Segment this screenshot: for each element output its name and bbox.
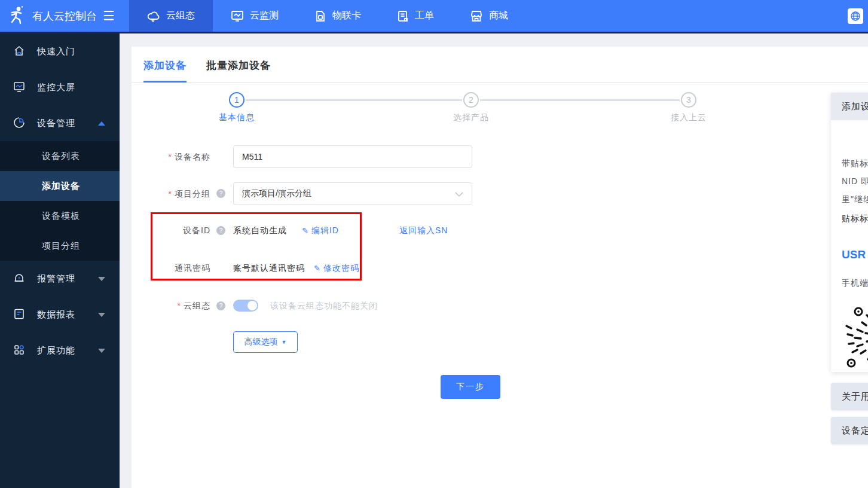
top-nav-tabs: 云组态 云监测 物联卡 — [129, 0, 526, 32]
sidebar-subitem-device-template[interactable]: 设备模板 — [0, 201, 120, 231]
nav-tab-cloud-monitor[interactable]: 云监测 — [213, 0, 297, 32]
nav-tab-label: 云监测 — [250, 10, 279, 22]
cloud-config-label: *云组态 — [132, 301, 210, 312]
step-3-label: 接入上云 — [647, 112, 731, 123]
active-tab-underline — [143, 81, 187, 83]
sidebar-subitem-device-list[interactable]: 设备列表 — [0, 141, 120, 171]
storefront-icon — [470, 10, 483, 22]
nav-tab-label: 云组态 — [166, 10, 195, 22]
cloud-config-hint: 该设备云组态功能不能关闭 — [270, 301, 378, 312]
sidebar-item-label: 快速入门 — [37, 46, 75, 57]
sidebar-item-label: 数据报表 — [37, 309, 75, 321]
tab-batch-add-device[interactable]: 批量添加设备 — [206, 59, 271, 72]
sidebar-subitem-label: 添加设备 — [42, 181, 80, 192]
chevron-up-icon — [98, 121, 105, 126]
sidebar: 快速入门 监控大屏 设备管理 设备列表 添加设备 设备模板 — [0, 33, 120, 488]
cloud-icon — [147, 10, 160, 22]
device-locate-link[interactable]: 设备定位 — [831, 417, 868, 444]
device-name-input[interactable] — [233, 145, 472, 168]
brand[interactable]: 有人云控制台 ☰ — [0, 0, 120, 32]
hamburger-menu-icon[interactable]: ☰ — [103, 10, 115, 23]
big-screen-icon — [13, 81, 25, 94]
next-step-button[interactable]: 下一步 — [441, 375, 500, 399]
top-navbar: 有人云控制台 ☰ 云组态 云监测 — [0, 0, 868, 33]
alarm-bell-icon — [13, 272, 25, 286]
step-1-label: 基本信息 — [195, 112, 279, 123]
project-group-select[interactable]: 演示项目/演示分组 — [233, 182, 472, 205]
nav-right-tools — [848, 8, 863, 24]
cloud-config-toggle[interactable] — [233, 300, 258, 312]
nav-tab-label: 商城 — [489, 10, 508, 22]
console-title: 有人云控制台 — [32, 9, 97, 23]
help-icon[interactable]: ? — [216, 301, 225, 310]
usr-cloud-console: { "topnav": { "brand": "有人云控制台", "tabs":… — [0, 0, 868, 488]
help-icon[interactable]: ? — [216, 189, 225, 198]
page-tabs: 添加设备 批量添加设备 — [132, 47, 868, 83]
nav-tab-label: 工单 — [415, 10, 434, 22]
sidebar-item-extended-functions[interactable]: 扩展功能 — [0, 333, 120, 368]
language-globe-icon[interactable] — [848, 8, 863, 24]
report-document-icon — [13, 308, 25, 322]
sidebar-item-data-report[interactable]: 数据报表 — [0, 297, 120, 333]
help-icon[interactable]: ? — [216, 226, 225, 235]
about-user-link[interactable]: 关于用户 — [831, 383, 868, 410]
change-password-link[interactable]: ✎修改密码 — [314, 263, 359, 274]
sidebar-item-label: 监控大屏 — [37, 82, 75, 93]
help-text-line: 带贴标的 — [842, 158, 868, 169]
step-2-circle: 2 — [463, 92, 479, 108]
step-connector — [480, 99, 680, 101]
chevron-down-icon — [98, 277, 105, 281]
sidebar-subitem-project-group[interactable]: 项目分组 — [0, 231, 120, 261]
chevron-down-icon — [98, 349, 105, 353]
help-text-line: NID 即可 — [842, 176, 868, 187]
device-id-label: 设备ID — [132, 225, 210, 236]
chevron-down-icon — [98, 313, 105, 317]
nav-tab-work-order[interactable]: 工单 — [379, 0, 452, 32]
back-to-sn-link[interactable]: 返回输入SN — [399, 225, 448, 236]
device-management-submenu: 设备列表 添加设备 设备模板 项目分组 — [0, 141, 120, 261]
tab-add-device[interactable]: 添加设备 — [143, 59, 187, 72]
sim-card-icon — [314, 10, 326, 22]
advanced-options-button[interactable]: 高级选项 ▼ — [233, 331, 298, 353]
edit-id-link[interactable]: ✎编辑ID — [302, 225, 339, 236]
sidebar-subitem-label: 设备列表 — [42, 151, 80, 162]
usr-highlight-text: USR C — [842, 248, 868, 261]
device-name-label: *设备名称 — [132, 152, 210, 163]
sidebar-item-alarm-management[interactable]: 报警管理 — [0, 261, 120, 297]
sidebar-item-quick-start[interactable]: 快速入门 — [0, 33, 120, 69]
toggle-knob — [247, 301, 257, 310]
step-2-label: 选择产品 — [429, 112, 513, 123]
caret-down-icon: ▼ — [282, 339, 287, 345]
add-device-page: 添加设备 批量添加设备 1 2 3 基本信息 选择产品 接入上云 *设备名称 *… — [132, 47, 868, 488]
nav-tab-iot-card[interactable]: 物联卡 — [297, 0, 379, 32]
nav-tab-mall[interactable]: 商城 — [452, 0, 526, 32]
sidebar-item-monitor-screen[interactable]: 监控大屏 — [0, 69, 120, 105]
qr-code — [841, 298, 868, 372]
required-mark: * — [178, 301, 181, 310]
help-panel: 添加设备 带贴标的 NID 即可 里"继续 贴标标识 USR C 手机端扫 — [831, 93, 868, 372]
edit-icon: ✎ — [302, 226, 309, 235]
edit-icon: ✎ — [314, 264, 321, 273]
nav-tab-cloud-scada[interactable]: 云组态 — [129, 0, 213, 32]
step-1-circle: 1 — [229, 92, 244, 108]
work-order-icon — [397, 10, 409, 22]
comm-password-value: 账号默认通讯密码 — [233, 263, 305, 274]
sidebar-item-device-management[interactable]: 设备管理 — [0, 105, 120, 141]
project-group-value: 演示项目/演示分组 — [242, 188, 311, 199]
sidebar-item-label: 设备管理 — [37, 118, 75, 129]
comm-password-label: 通讯密码 — [132, 263, 210, 274]
grid-apps-icon — [13, 344, 25, 358]
project-group-label: *项目分组 — [132, 189, 210, 200]
home-icon — [13, 45, 25, 59]
help-panel-title: 添加设备 — [831, 93, 868, 120]
monitor-chart-icon — [231, 10, 244, 22]
sidebar-item-label: 扩展功能 — [37, 345, 75, 356]
help-subtitle: 贴标标识 — [842, 214, 868, 224]
sidebar-subitem-add-device[interactable]: 添加设备 — [0, 171, 120, 201]
required-mark: * — [169, 152, 172, 161]
usr-person-logo-icon — [8, 5, 26, 27]
help-text-line: 里"继续 — [842, 194, 868, 205]
sidebar-subitem-label: 设备模板 — [42, 211, 80, 222]
sidebar-subitem-label: 项目分组 — [42, 240, 80, 252]
sidebar-item-label: 报警管理 — [37, 273, 75, 285]
